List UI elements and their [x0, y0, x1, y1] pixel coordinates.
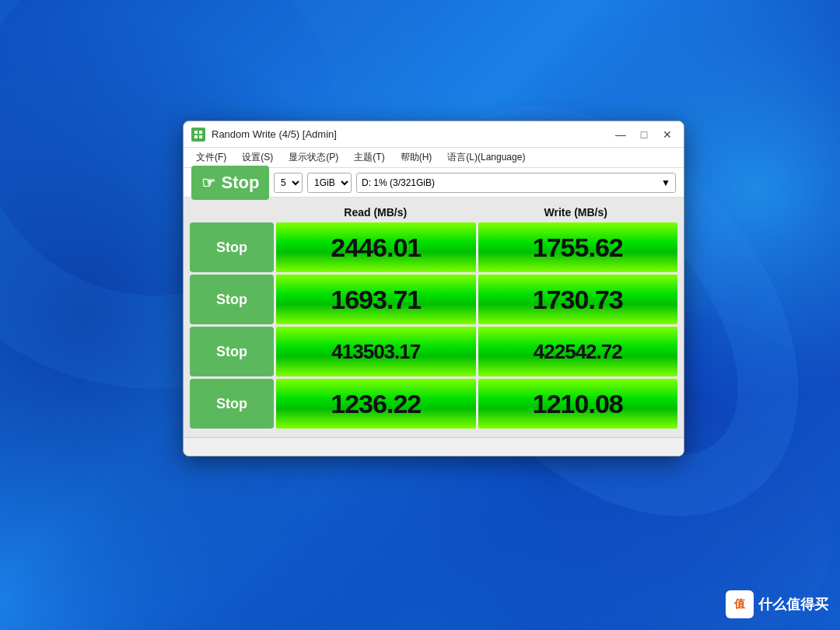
read-header: Read (MB/s)	[275, 204, 476, 221]
stop-button-3[interactable]: Stop	[190, 327, 274, 376]
hand-icon: ☞	[201, 173, 215, 192]
svg-rect-3	[199, 135, 202, 138]
toolbar: ☞ Stop 5 1GiB D: 1% (3/321GiB) ▼	[184, 168, 684, 198]
count-select[interactable]: 5	[274, 173, 303, 193]
title-bar: Random Write (4/5) [Admin] — □ ✕	[184, 121, 684, 148]
all-stop-label: Stop	[222, 173, 260, 193]
stop-button-1[interactable]: Stop	[190, 222, 274, 272]
read-cell-1: 2446.01	[276, 222, 476, 272]
menu-file[interactable]: 文件(F)	[190, 149, 233, 166]
watermark-text: 什么值得买	[758, 595, 828, 614]
stop-button-2[interactable]: Stop	[190, 275, 274, 324]
table-row: Stop 413503.17 422542.72	[190, 327, 677, 376]
read-cell-3: 413503.17	[276, 327, 476, 376]
size-select[interactable]: 1GiB	[307, 173, 352, 193]
menu-settings[interactable]: 设置(S)	[236, 149, 279, 166]
maximize-button[interactable]: □	[635, 126, 653, 143]
write-value-2: 1730.73	[533, 285, 623, 315]
menu-theme[interactable]: 主题(T)	[348, 149, 390, 166]
column-headers: Read (MB/s) Write (MB/s)	[190, 204, 677, 221]
benchmark-content: Read (MB/s) Write (MB/s) Stop 2446.01 17…	[184, 198, 684, 437]
write-cell-3: 422542.72	[478, 327, 678, 376]
window-title: Random Write (4/5) [Admin]	[212, 128, 612, 140]
read-cell-4: 1236.22	[276, 379, 476, 429]
drive-text: D: 1% (3/321GiB)	[362, 177, 435, 188]
read-cell-2: 1693.71	[276, 275, 476, 324]
stop-button-4[interactable]: Stop	[190, 379, 274, 429]
svg-rect-2	[194, 135, 198, 138]
app-icon	[191, 128, 205, 142]
svg-rect-0	[194, 131, 198, 134]
write-header: Write (MB/s)	[476, 204, 677, 221]
minimize-button[interactable]: —	[612, 126, 629, 143]
watermark-logo: 值	[726, 590, 754, 618]
watermark: 值 什么值得买	[726, 590, 828, 618]
write-value-3: 422542.72	[534, 340, 622, 364]
read-value-4: 1236.22	[331, 389, 421, 419]
table-row: Stop 1236.22 1210.08	[190, 379, 677, 429]
write-cell-2: 1730.73	[478, 275, 678, 324]
write-value-4: 1210.08	[533, 389, 623, 419]
menu-help[interactable]: 帮助(H)	[394, 149, 439, 166]
menu-display[interactable]: 显示状态(P)	[282, 149, 345, 166]
table-row: Stop 1693.71 1730.73	[190, 275, 677, 324]
app-window: Random Write (4/5) [Admin] — □ ✕ 文件(F) 设…	[183, 121, 684, 457]
read-value-2: 1693.71	[331, 285, 421, 315]
table-row: Stop 2446.01 1755.62	[190, 222, 677, 272]
read-value-1: 2446.01	[331, 233, 421, 263]
status-bar	[184, 437, 684, 456]
svg-rect-1	[199, 131, 202, 134]
menu-language[interactable]: 语言(L)(Language)	[441, 149, 531, 166]
write-value-1: 1755.62	[533, 233, 623, 263]
write-cell-1: 1755.62	[478, 222, 678, 272]
window-controls: — □ ✕	[612, 126, 676, 143]
drive-dropdown[interactable]: D: 1% (3/321GiB) ▼	[356, 173, 676, 193]
close-button[interactable]: ✕	[659, 126, 676, 143]
all-stop-button[interactable]: ☞ Stop	[191, 166, 269, 200]
read-value-3: 413503.17	[331, 340, 420, 364]
write-cell-4: 1210.08	[478, 379, 678, 429]
dropdown-arrow-icon: ▼	[661, 177, 670, 188]
